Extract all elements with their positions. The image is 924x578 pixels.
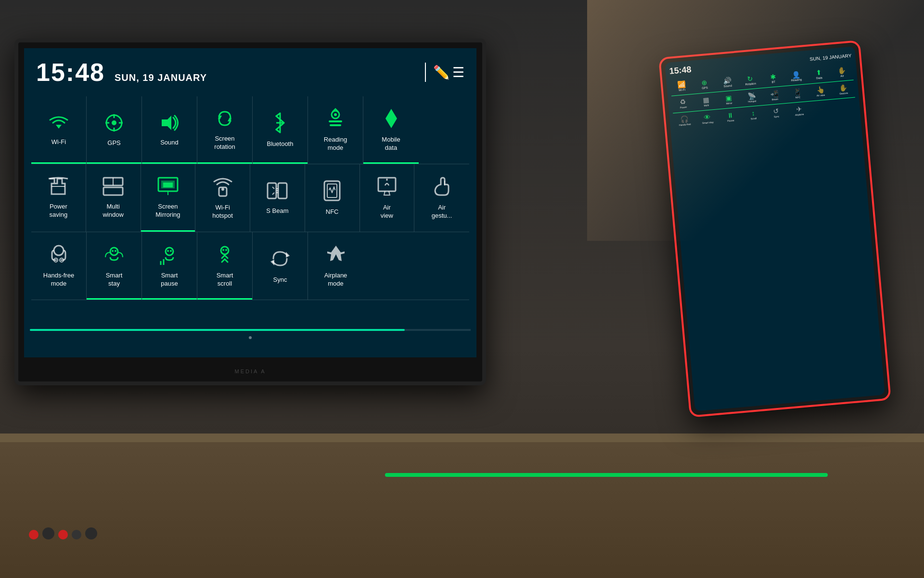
air-gesture-label: Airgestu... xyxy=(432,204,452,220)
svg-point-38 xyxy=(115,250,116,252)
dot-indicator xyxy=(249,336,252,339)
svg-point-41 xyxy=(170,250,172,252)
svg-point-46 xyxy=(225,249,227,251)
hotspot-label: Wi-Fihotspot xyxy=(212,204,233,220)
setting-sound[interactable]: Sound xyxy=(142,96,197,164)
setting-screen-rotation[interactable]: Screenrotation xyxy=(197,96,253,164)
bluetooth-icon xyxy=(272,112,288,136)
svg-rect-26 xyxy=(268,183,276,198)
setting-multi-window[interactable]: Multiwindow xyxy=(86,164,141,232)
settings-row-2: Powersaving Multiwindow xyxy=(31,164,469,232)
setting-gps[interactable]: GPS xyxy=(87,96,142,164)
time-date: 15:48 SUN, 19 JANUARY xyxy=(36,58,207,87)
phone: 15:48 SUN, 19 JANUARY 📶 Wi-Fi ⊕ GPS 🔊 xyxy=(658,40,891,418)
svg-point-11 xyxy=(334,113,337,116)
setting-smart-pause[interactable]: Smartpause xyxy=(142,232,197,300)
svg-rect-12 xyxy=(329,120,342,122)
smart-pause-icon xyxy=(159,244,180,268)
shelf-top xyxy=(0,434,924,442)
gps-icon xyxy=(104,113,124,135)
wifi-label: Wi-Fi xyxy=(51,138,66,146)
smart-pause-active xyxy=(142,298,197,300)
reading-label: Readingmode xyxy=(324,136,347,152)
sound-active xyxy=(142,162,197,164)
svg-marker-6 xyxy=(162,116,171,130)
progress-bar xyxy=(30,329,405,331)
shelf-item-2 xyxy=(42,527,54,539)
air-gesture-icon xyxy=(431,176,452,200)
tv-body: 15:48 SUN, 19 JANUARY ✏️ ☰ xyxy=(14,39,486,385)
setting-reading-mode[interactable]: Readingmode xyxy=(308,96,363,164)
smart-stay-icon xyxy=(103,244,125,268)
svg-point-25 xyxy=(221,188,224,191)
setting-smart-stay[interactable]: Smartstay xyxy=(87,232,142,300)
setting-s-beam[interactable]: S Beam xyxy=(250,164,305,232)
green-cable xyxy=(385,473,828,477)
clock: 15:48 xyxy=(36,58,105,87)
bluetooth-label: Bluetooth xyxy=(267,140,294,148)
setting-sync[interactable]: Sync xyxy=(253,232,308,300)
airplane-icon xyxy=(325,244,346,268)
power-saving-label: Powersaving xyxy=(50,203,68,219)
setting-wifi-hotspot[interactable]: Wi-Fihotspot xyxy=(195,164,250,232)
air-view-label: Airview xyxy=(381,204,393,220)
nfc-icon xyxy=(322,180,342,204)
phone-screen-content: 15:48 SUN, 19 JANUARY 📶 Wi-Fi ⊕ GPS 🔊 xyxy=(665,46,885,411)
setting-air-view[interactable]: Airview xyxy=(360,164,415,232)
svg-point-45 xyxy=(222,249,224,251)
gps-label: GPS xyxy=(107,139,120,147)
mirroring-icon xyxy=(157,177,179,199)
mirroring-label: ScreenMirroring xyxy=(155,203,180,219)
bluetooth-active xyxy=(253,162,308,164)
tv-screen: 15:48 SUN, 19 JANUARY ✏️ ☰ xyxy=(24,48,476,357)
sync-label: Sync xyxy=(273,276,287,284)
hands-free-label: Hands-freemode xyxy=(43,272,74,288)
phone-date: SUN, 19 JANUARY xyxy=(809,53,852,62)
s-beam-label: S Beam xyxy=(266,207,288,215)
menu-icon[interactable]: ☰ xyxy=(452,65,464,80)
svg-point-39 xyxy=(166,248,173,255)
progress-bar-container xyxy=(30,329,471,331)
setting-wifi[interactable]: Wi-Fi xyxy=(31,96,87,164)
setting-mobile-data[interactable]: Mobiledata xyxy=(363,96,419,164)
settings-row-1: Wi-Fi xyxy=(31,96,469,164)
shelf-item-5 xyxy=(85,527,97,539)
date-display: SUN, 19 JANUARY xyxy=(115,72,207,83)
reading-icon xyxy=(325,108,346,132)
svg-rect-27 xyxy=(278,183,287,198)
smart-scroll-label: Smartscroll xyxy=(217,272,233,288)
setting-airplane-mode[interactable]: Airplanemode xyxy=(308,232,363,300)
svg-point-40 xyxy=(167,250,169,252)
svg-rect-17 xyxy=(103,187,123,195)
setting-hands-free[interactable]: Hands-freemode xyxy=(31,232,87,300)
smart-scroll-icon xyxy=(214,244,235,268)
svg-point-1 xyxy=(112,120,116,125)
setting-nfc[interactable]: NFC xyxy=(305,164,360,232)
setting-screen-mirroring[interactable]: ScreenMirroring xyxy=(141,164,196,232)
wifi-active xyxy=(31,162,86,164)
shelf xyxy=(0,434,924,578)
phone-body: 15:48 SUN, 19 JANUARY 📶 Wi-Fi ⊕ GPS 🔊 xyxy=(658,40,891,418)
setting-smart-scroll[interactable]: Smartscroll xyxy=(197,232,253,300)
setting-air-gesture[interactable]: Airgestu... xyxy=(414,164,469,232)
svg-point-36 xyxy=(110,248,118,255)
rotation-label: Screenrotation xyxy=(214,135,235,151)
phone-screen: 15:48 SUN, 19 JANUARY 📶 Wi-Fi ⊕ GPS 🔊 xyxy=(665,46,885,411)
tv-brand: MEDIA A xyxy=(234,368,266,374)
header-icons: ✏️ ☰ xyxy=(420,63,464,82)
svg-rect-29 xyxy=(327,184,337,197)
header-divider xyxy=(425,63,426,82)
shelf-decorations xyxy=(29,527,97,539)
shelf-item-3 xyxy=(58,530,68,539)
setting-power-saving[interactable]: Powersaving xyxy=(31,164,86,232)
svg-point-37 xyxy=(112,250,114,252)
setting-bluetooth[interactable]: Bluetooth xyxy=(253,96,308,164)
svg-rect-13 xyxy=(330,124,341,126)
power-saving-icon xyxy=(48,177,69,199)
phone-clock: 15:48 xyxy=(669,65,692,77)
screen-header: 15:48 SUN, 19 JANUARY ✏️ ☰ xyxy=(31,55,469,89)
edit-icon[interactable]: ✏️ xyxy=(433,65,450,80)
multi-window-icon xyxy=(103,177,124,199)
smart-stay-active xyxy=(87,298,141,300)
smart-scroll-active xyxy=(197,298,252,300)
